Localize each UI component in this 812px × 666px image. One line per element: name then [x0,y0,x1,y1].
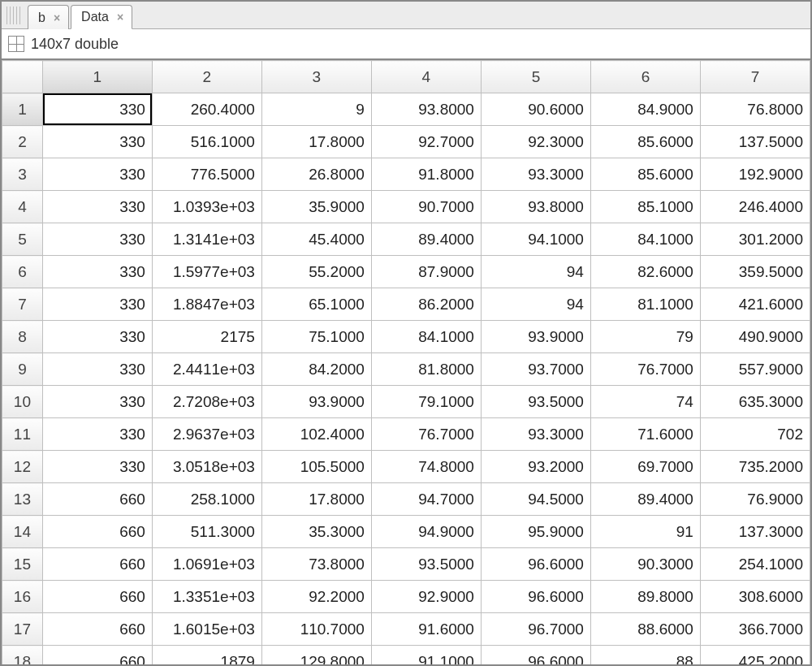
cell[interactable]: 45.4000 [261,223,371,256]
cell[interactable]: 660 [42,548,152,581]
cell[interactable]: 90.7000 [371,191,481,223]
cell[interactable]: 1879 [152,646,261,667]
cell[interactable]: 660 [42,581,152,613]
cell[interactable]: 330 [42,126,152,158]
cell[interactable]: 91.8000 [371,158,481,191]
cell[interactable]: 35.3000 [261,516,371,548]
cell[interactable]: 93.3000 [481,158,590,191]
cell[interactable]: 92.9000 [371,581,481,613]
cell[interactable]: 2.7208e+03 [152,386,261,418]
column-header[interactable]: 6 [590,61,700,93]
cell[interactable]: 94.5000 [481,483,590,516]
row-header[interactable]: 14 [2,516,43,548]
cell[interactable]: 366.7000 [700,613,810,646]
cell[interactable]: 76.7000 [371,418,481,451]
cell[interactable]: 92.7000 [371,126,481,158]
cell[interactable]: 81.1000 [590,288,700,321]
cell[interactable]: 90.3000 [590,548,700,581]
cell[interactable]: 79.1000 [371,386,481,418]
column-header[interactable]: 3 [261,61,371,93]
cell[interactable]: 735.2000 [700,451,810,483]
drag-handle-icon[interactable] [6,6,23,24]
row-header[interactable]: 2 [2,126,43,158]
cell[interactable]: 81.8000 [371,353,481,386]
cell[interactable]: 330 [42,321,152,353]
cell[interactable]: 1.3141e+03 [152,223,261,256]
cell[interactable]: 89.8000 [590,581,700,613]
cell[interactable]: 660 [42,483,152,516]
cell[interactable]: 776.5000 [152,158,261,191]
cell[interactable]: 93.5000 [371,548,481,581]
cell[interactable]: 96.6000 [481,548,590,581]
cell[interactable]: 87.9000 [371,256,481,288]
cell[interactable]: 55.2000 [261,256,371,288]
cell[interactable]: 9 [261,93,371,126]
row-header[interactable]: 11 [2,418,43,451]
cell[interactable]: 93.2000 [481,451,590,483]
cell[interactable]: 93.8000 [481,191,590,223]
column-header[interactable]: 5 [481,61,590,93]
row-header[interactable]: 12 [2,451,43,483]
header-corner[interactable] [2,61,43,93]
cell[interactable]: 421.6000 [700,288,810,321]
cell[interactable]: 94 [481,288,590,321]
cell[interactable]: 192.9000 [700,158,810,191]
cell[interactable]: 76.9000 [700,483,810,516]
tab-b[interactable]: b× [28,5,69,29]
cell[interactable]: 511.3000 [152,516,261,548]
cell[interactable]: 94.9000 [371,516,481,548]
cell[interactable]: 65.1000 [261,288,371,321]
cell[interactable]: 330 [42,418,152,451]
cell[interactable]: 3.0518e+03 [152,451,261,483]
cell[interactable]: 308.6000 [700,581,810,613]
cell[interactable]: 84.2000 [261,353,371,386]
cell[interactable]: 74 [590,386,700,418]
cell[interactable]: 660 [42,646,152,667]
close-icon[interactable]: × [54,11,60,24]
cell[interactable]: 85.1000 [590,191,700,223]
close-icon[interactable]: × [117,11,123,24]
cell[interactable]: 93.5000 [481,386,590,418]
cell[interactable]: 260.4000 [152,93,261,126]
row-header[interactable]: 8 [2,321,43,353]
cell[interactable]: 425.2000 [700,646,810,667]
cell[interactable]: 1.5977e+03 [152,256,261,288]
cell[interactable]: 79 [590,321,700,353]
cell[interactable]: 94.7000 [371,483,481,516]
cell[interactable]: 91 [590,516,700,548]
row-header[interactable]: 15 [2,548,43,581]
column-header[interactable]: 4 [371,61,481,93]
cell[interactable]: 660 [42,516,152,548]
cell[interactable]: 94.1000 [481,223,590,256]
row-header[interactable]: 5 [2,223,43,256]
cell[interactable]: 84.9000 [590,93,700,126]
row-header[interactable]: 6 [2,256,43,288]
row-header[interactable]: 3 [2,158,43,191]
cell[interactable]: 75.1000 [261,321,371,353]
cell[interactable]: 635.3000 [700,386,810,418]
cell[interactable]: 110.7000 [261,613,371,646]
cell[interactable]: 94 [481,256,590,288]
cell[interactable]: 258.1000 [152,483,261,516]
cell[interactable]: 35.9000 [261,191,371,223]
cell[interactable]: 69.7000 [590,451,700,483]
cell[interactable]: 93.8000 [371,93,481,126]
cell[interactable]: 95.9000 [481,516,590,548]
cell[interactable]: 91.6000 [371,613,481,646]
cell[interactable]: 84.1000 [590,223,700,256]
cell[interactable]: 96.6000 [481,646,590,667]
row-header[interactable]: 9 [2,353,43,386]
cell[interactable]: 82.6000 [590,256,700,288]
cell[interactable]: 76.7000 [590,353,700,386]
row-header[interactable]: 1 [2,93,43,126]
column-header[interactable]: 2 [152,61,261,93]
cell[interactable]: 557.9000 [700,353,810,386]
cell[interactable]: 330 [42,93,152,126]
row-header[interactable]: 16 [2,581,43,613]
data-grid-scroll[interactable]: 1234567 1330260.4000993.800090.600084.90… [2,60,810,666]
column-header[interactable]: 7 [700,61,810,93]
cell[interactable]: 1.0393e+03 [152,191,261,223]
cell[interactable]: 2.9637e+03 [152,418,261,451]
cell[interactable]: 359.5000 [700,256,810,288]
cell[interactable]: 1.3351e+03 [152,581,261,613]
